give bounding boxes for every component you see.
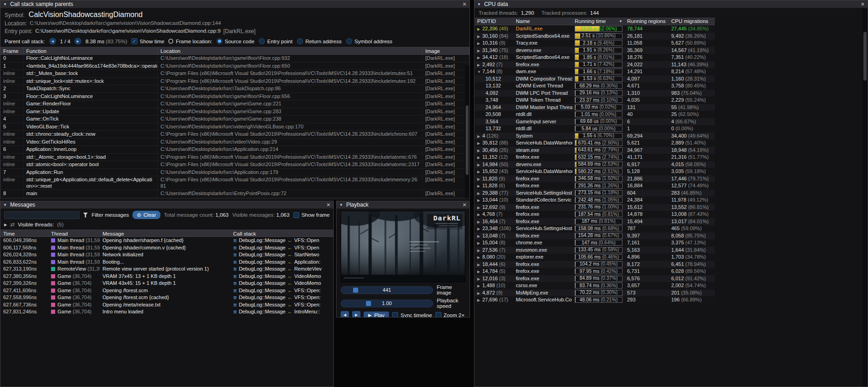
expand-icon[interactable]: ▶	[477, 268, 482, 275]
callstack-frame-row[interactable]: 8mainC:\Users\wolf\Desktop\darkrl\src\En…	[0, 190, 469, 198]
cpu-process-row[interactable]: ▶1,488 (10)csrss.exe83.74 ms(0.36%)3,657…	[475, 282, 715, 289]
cpu-process-row[interactable]: ▶14,984 (50)devenv.exe584.69 ms(2.53%)6,…	[475, 161, 715, 168]
close-icon[interactable]: ✕	[463, 202, 467, 208]
cpu-process-row[interactable]: ▶2,492 (7)firefox.exe1.71 s(7.42%)24,022…	[475, 61, 715, 69]
callstack-frame-row[interactable]: inlineGame::RenderFloorC:\Users\wolf\Des…	[0, 100, 469, 108]
expand-icon[interactable]: ▶	[477, 197, 482, 204]
radio-return-address[interactable]: Return address	[297, 38, 342, 44]
callstack-frame-row[interactable]: inlinestd::_Atomic_storage<bool,1>::load…	[0, 154, 469, 162]
collapse-icon[interactable]: ▼	[477, 69, 482, 75]
column-header-message[interactable]: Message	[100, 230, 230, 237]
cpu-process-row[interactable]: ▼7,144 (8)dwm.exe1.66 s(7.18%)14,2918,21…	[475, 68, 715, 75]
cpu-titlebar[interactable]: ▼ CPU data ✕	[474, 0, 868, 8]
column-header-call-stack[interactable]: Call stack	[230, 230, 333, 237]
expand-icon[interactable]: ▶	[477, 290, 482, 297]
show-time-checkbox[interactable]: ✓ Show time	[131, 38, 165, 44]
expand-icon[interactable]: ▶	[477, 154, 482, 161]
cpu-thread-row[interactable]: 3,564GameInput server69.68 us(0.00%)64 (…	[475, 118, 715, 126]
cpu-process-row[interactable]: ▶13,044 (10)StandardCollector.Servic242.…	[475, 196, 715, 204]
close-icon[interactable]: ✕	[861, 1, 865, 7]
cpu-process-row[interactable]: ▶11,820 (9)firefox.exe346.58 ms(1.50%)21…	[475, 175, 715, 183]
cpu-process-row[interactable]: ▶13,048 (7)firefox.exe154.28 ms(0.67%)9,…	[475, 232, 715, 240]
cpu-process-row[interactable]: ▶18,444 (6)firefox.exe104.2 ms(0.45%)8,1…	[475, 261, 715, 268]
callstack-frame-row[interactable]: inlineinvoke_maind:\agent\_work\63\s\src…	[0, 198, 469, 199]
callstack-frame-row[interactable]: inlineGame::UpdateC:\Users\wolf\Desktop\…	[0, 108, 469, 116]
close-icon[interactable]: ✕	[326, 202, 331, 208]
close-icon[interactable]: ✕	[463, 1, 467, 7]
message-callstack[interactable]: ≣DebugLog::Message←VideoMemo	[230, 280, 333, 287]
message-row[interactable]: 627,558,996nsGame (36,704)Opening /fores…	[0, 294, 333, 301]
message-callstack[interactable]: ≣DebugLog::Message←RemoteViev	[230, 266, 333, 273]
expand-icon[interactable]: ▶	[477, 147, 482, 154]
column-header-running-time[interactable]: Running time▼	[572, 17, 625, 25]
message-row[interactable]: 627,399,326nsGame (36,704)VRAM 43x45: 15…	[0, 280, 333, 287]
message-row[interactable]: 627,411,606nsGame (36,704)Opening /fores…	[0, 287, 333, 295]
column-header-running-regions[interactable]: Running regions	[625, 17, 669, 25]
column-header-thread[interactable]: Thread	[48, 230, 100, 237]
callstack-frame-row[interactable]: 4Game::OnTickC:\Users\wolf\Desktop\darkr…	[0, 116, 469, 123]
expand-icon[interactable]: ▶	[477, 133, 482, 140]
callstack-frame-row[interactable]: 0Floor::CalcLightNoLuminanceC:\Users\wol…	[0, 55, 469, 63]
collapse-icon[interactable]: ▼	[3, 203, 7, 207]
message-row[interactable]: 627,667,736nsGame (36,704)Opening /meta/…	[0, 301, 333, 309]
cpu-process-row[interactable]: ▶8,080 (20)explorer.exe105.66 ms(0.46%)4…	[475, 254, 715, 261]
message-row[interactable]: 627,313,190nsRemoteView (31,392)Remote v…	[0, 266, 333, 273]
cpu-process-row[interactable]: ▶16,464 (7)firefox.exe187 ms(0.81%)15,49…	[475, 218, 715, 225]
radio-source-code[interactable]: Source code	[217, 38, 255, 44]
column-header-pid-tid[interactable]: PID/TID	[475, 17, 514, 25]
scrollbar-thumb[interactable]	[863, 32, 867, 81]
cpu-process-row[interactable]: ▶4,768 (7)firefox.exe187.54 ms(0.81%)14,…	[475, 211, 715, 218]
cpu-process-row[interactable]: ▶27,696 (17)Microsoft.ServiceHub.Co48.06…	[475, 296, 715, 304]
cpu-process-row[interactable]: ▶12,016 (3)firefox.exe84.89 ms(0.37%)6,5…	[475, 275, 715, 283]
cpu-thread-row[interactable]: 13,132uDWM Event Thread68.29 ms(0.30%)4,…	[475, 82, 715, 90]
cpu-thread-row[interactable]: 24,964DWM Master Input Thread5.03 ms(0.0…	[475, 104, 715, 111]
expand-icon[interactable]: ▶	[477, 297, 482, 304]
collapse-icon[interactable]: ▼	[477, 2, 481, 6]
frame-image-slider[interactable]: 441	[341, 286, 433, 294]
callstack-vertical-scrollbar[interactable]	[465, 65, 469, 199]
radio-entry-point[interactable]: Entry point	[259, 38, 292, 44]
message-callstack[interactable]: ≣DebugLog::Message←VFS::Open:	[230, 301, 333, 309]
message-callstack[interactable]: ≣DebugLog::Message←Application:	[230, 259, 333, 266]
cpu-vertical-scrollbar[interactable]	[862, 9, 868, 387]
playback-titlebar[interactable]: ▼ Playback ✕	[337, 201, 469, 209]
column-header-function[interactable]: Function	[23, 47, 158, 54]
visible-threads-row[interactable]: ▶ ⇄ Visible threads: (5)	[0, 221, 333, 230]
expand-icon[interactable]: ▶	[477, 276, 482, 283]
callstack-frame-row[interactable]: inlinestd::unique_ptr<Application,std::d…	[0, 176, 469, 190]
cpu-process-row[interactable]: ▶23,348 (106)ServiceHub.SettingsHost158.…	[475, 225, 715, 232]
cpu-process-row[interactable]: ▶15,652 (43)ServiceHub.DataWarehou580.22…	[475, 168, 715, 175]
callstack-frame-row[interactable]: inlinestd::_Mutex_base::lockC:\Program F…	[0, 70, 469, 78]
expand-icon[interactable]: ▶	[477, 62, 482, 69]
cpu-process-row[interactable]: ▶31,340 (75)devenv.exe1.91 s(8.26%)35,36…	[475, 47, 715, 54]
cpu-process-row[interactable]: ▶30,456 (25)steam.exe643.61 ms(2.79%)34,…	[475, 147, 715, 154]
column-header-name[interactable]: Name	[514, 17, 572, 25]
cpu-thread-row[interactable]: 10,512DWM Compositor Thread1.53 s(6.63%)…	[475, 75, 715, 83]
expand-icon[interactable]: ▶	[477, 261, 482, 268]
message-row[interactable]: 626,024,328nsMain thread (31,596)Network…	[0, 251, 333, 259]
expand-icon[interactable]: ▶	[477, 254, 482, 261]
callstack-frame-row[interactable]: 5VideoGLBase::TickC:\Users\wolf\Desktop\…	[0, 123, 469, 131]
column-header-cpu-migrations[interactable]: CPU migrations	[669, 17, 715, 25]
column-header-location[interactable]: Location	[158, 47, 423, 54]
expand-icon[interactable]: ▶	[477, 247, 482, 254]
cpu-process-row[interactable]: ▶10,316 (9)Tracy.exe2.18 s(9.45%)11,0585…	[475, 40, 715, 47]
message-row[interactable]: 627,831,246nsGame (36,704)Intro menu loa…	[0, 308, 333, 316]
expand-icon[interactable]: ▶	[477, 176, 482, 183]
cpu-process-row[interactable]: ▶34,412 (18)ScriptedSandbox64.exe1.85 s(…	[475, 54, 715, 61]
column-header-image[interactable]: Image	[423, 47, 469, 54]
cpu-process-row[interactable]: ▶14,784 (5)firefox.exe97.95 ms(0.42%)6,7…	[475, 268, 715, 275]
expand-icon[interactable]: ▶	[477, 233, 482, 240]
next-parent-button[interactable]: ▶	[74, 38, 81, 45]
cpu-process-row[interactable]: ▶4 (126)System1.55 s(6.70%)69,29434,400 …	[475, 133, 715, 140]
callstack-titlebar[interactable]: ▼ Call stack sample parents ✕	[0, 0, 469, 8]
next-frame-button[interactable]: ▶	[352, 311, 360, 318]
expand-icon[interactable]: ▶	[477, 40, 482, 47]
callstack-frame-row[interactable]: 6Application::InnerLoopC:\Users\wolf\Des…	[0, 146, 469, 154]
cpu-process-row[interactable]: ▶22,396 (49)DarkRL.exe12.06 s(52.06%)78,…	[475, 25, 715, 33]
message-callstack[interactable]: ≣DebugLog::Message←IntroMenu::	[230, 308, 333, 316]
cpu-process-row[interactable]: ▶4,872 (9)MsMpEng.exe70.22 ms(0.30%)5732…	[475, 289, 715, 297]
expand-icon[interactable]: ▶	[477, 240, 482, 247]
message-callstack[interactable]: ≣DebugLog::Message←VideoMemo	[230, 273, 333, 280]
message-callstack[interactable]: ≣DebugLog::Message←VFS::Open	[230, 244, 333, 252]
